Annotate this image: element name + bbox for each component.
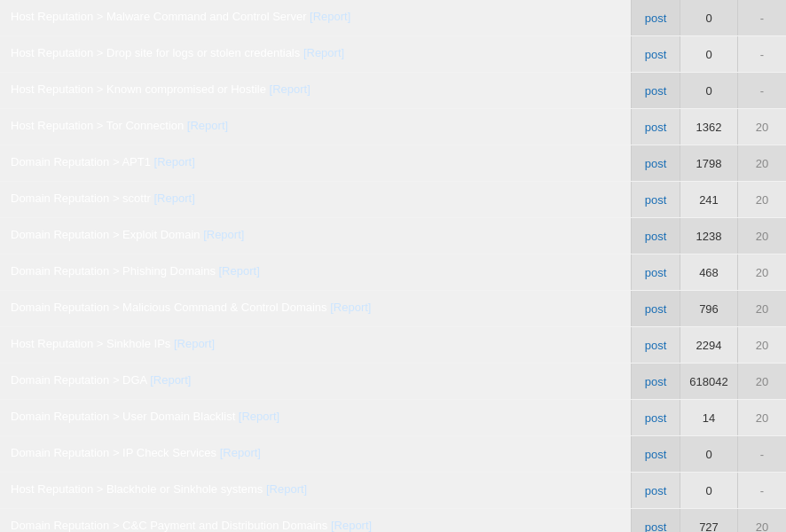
method-cell: post — [631, 436, 680, 472]
table-row: Domain Reputation > Malicious Command & … — [0, 291, 786, 327]
table-row: Domain Reputation > Phishing Domains [Re… — [0, 254, 786, 291]
table-row: Host Reputation > Malware Command and Co… — [0, 0, 786, 36]
row-label-text: Host Reputation > Malware Command and Co… — [11, 10, 310, 23]
method-cell: post — [631, 218, 680, 254]
row-label: Domain Reputation > APT1 [Report] — [0, 145, 631, 181]
extra-cell: 20 — [737, 291, 786, 326]
table-row: Domain Reputation > APT1 [Report]post179… — [0, 145, 786, 182]
extra-cell: - — [737, 0, 786, 35]
row-right-cells: post46820 — [631, 254, 786, 290]
count-cell: 0 — [680, 73, 737, 108]
row-label-text: Host Reputation > Sinkhole IPs — [11, 337, 174, 350]
count-cell: 468 — [680, 254, 737, 290]
count-cell: 1798 — [680, 145, 737, 181]
report-link[interactable]: [Report] — [330, 301, 371, 314]
row-label: Domain Reputation > Exploit Domain [Repo… — [0, 218, 631, 254]
report-link[interactable]: [Report] — [203, 228, 244, 241]
extra-cell: 20 — [737, 182, 786, 217]
count-cell: 14 — [680, 400, 737, 435]
row-label-text: Host Reputation > Tor Connection — [11, 119, 187, 132]
row-label: Host Reputation > Drop site for logs or … — [0, 36, 631, 72]
row-label: Domain Reputation > DGA [Report] — [0, 364, 631, 399]
report-link[interactable]: [Report] — [239, 410, 279, 423]
row-label: Domain Reputation > User Domain Blacklis… — [0, 400, 631, 435]
report-link[interactable]: [Report] — [219, 264, 260, 278]
table-row: Domain Reputation > DGA [Report]post6180… — [0, 364, 786, 400]
method-cell: post — [631, 145, 680, 181]
count-cell: 241 — [680, 182, 737, 217]
extra-cell: - — [737, 73, 786, 108]
row-label: Host Reputation > Sinkhole IPs [Report] — [0, 327, 631, 363]
extra-cell: 20 — [737, 254, 786, 290]
main-table: Host Reputation > Malware Command and Co… — [0, 0, 786, 532]
report-link[interactable]: [Report] — [187, 119, 228, 132]
row-label: Host Reputation > Tor Connection [Report… — [0, 109, 631, 145]
table-row: Host Reputation > Drop site for logs or … — [0, 36, 786, 73]
report-link[interactable]: [Report] — [331, 519, 372, 532]
row-right-cells: post179820 — [631, 145, 786, 181]
row-label: Domain Reputation > Phishing Domains [Re… — [0, 254, 631, 290]
extra-cell: - — [737, 473, 786, 508]
count-cell: 0 — [680, 0, 737, 35]
report-link[interactable]: [Report] — [154, 192, 195, 205]
method-cell: post — [631, 400, 680, 435]
method-cell: post — [631, 509, 680, 532]
report-link[interactable]: [Report] — [266, 482, 307, 496]
report-link[interactable]: [Report] — [150, 373, 191, 387]
table-row: Domain Reputation > IP Check Services [R… — [0, 436, 786, 473]
report-link[interactable]: [Report] — [174, 337, 215, 350]
row-right-cells: post24120 — [631, 182, 786, 217]
report-link[interactable]: [Report] — [303, 46, 344, 59]
table-row: Host Reputation > Known compromised or H… — [0, 73, 786, 109]
extra-cell: 20 — [737, 145, 786, 181]
report-link[interactable]: [Report] — [310, 10, 350, 23]
count-cell: 796 — [680, 291, 737, 326]
row-label-text: Domain Reputation > Malicious Command & … — [11, 301, 330, 314]
row-label-text: Domain Reputation > User Domain Blacklis… — [11, 410, 239, 423]
rows-container: Host Reputation > Malware Command and Co… — [0, 0, 786, 532]
extra-cell: 20 — [737, 509, 786, 532]
row-label-text: Domain Reputation > APT1 — [11, 155, 154, 168]
row-label-text: Domain Reputation > Exploit Domain — [11, 228, 203, 241]
method-cell: post — [631, 291, 680, 326]
method-cell: post — [631, 73, 680, 108]
row-label: Host Reputation > Malware Command and Co… — [0, 0, 631, 35]
row-label: Domain Reputation > IP Check Services [R… — [0, 436, 631, 472]
row-label: Domain Reputation > Malicious Command & … — [0, 291, 631, 326]
count-cell: 1238 — [680, 218, 737, 254]
report-link[interactable]: [Report] — [220, 446, 261, 459]
report-link[interactable]: [Report] — [154, 155, 195, 168]
method-cell: post — [631, 109, 680, 145]
row-label-text: Domain Reputation > IP Check Services — [11, 446, 220, 459]
count-cell: 0 — [680, 473, 737, 508]
method-cell: post — [631, 473, 680, 508]
row-right-cells: post72720 — [631, 509, 786, 532]
row-label-text: Host Reputation > Known compromised or H… — [11, 82, 270, 96]
row-right-cells: post0- — [631, 473, 786, 508]
row-label: Domain Reputation > scottr [Report] — [0, 182, 631, 217]
row-right-cells: post229420 — [631, 327, 786, 363]
extra-cell: 20 — [737, 400, 786, 435]
count-cell: 0 — [680, 436, 737, 472]
count-cell: 0 — [680, 36, 737, 72]
row-label-text: Domain Reputation > scottr — [11, 192, 154, 205]
row-right-cells: post123820 — [631, 218, 786, 254]
row-label: Domain Reputation > C&C Payment and Dist… — [0, 509, 631, 532]
table-row: Host Reputation > Sinkhole IPs [Report]p… — [0, 327, 786, 364]
method-cell: post — [631, 364, 680, 399]
row-right-cells: post79620 — [631, 291, 786, 326]
row-label-text: Domain Reputation > DGA — [11, 373, 150, 387]
count-cell: 2294 — [680, 327, 737, 363]
method-cell: post — [631, 327, 680, 363]
row-label: Host Reputation > Blackhole or Sinkhole … — [0, 473, 631, 508]
row-right-cells: post0- — [631, 73, 786, 108]
row-label-text: Host Reputation > Drop site for logs or … — [11, 46, 303, 59]
table-row: Domain Reputation > Exploit Domain [Repo… — [0, 218, 786, 254]
extra-cell: - — [737, 436, 786, 472]
table-row: Host Reputation > Tor Connection [Report… — [0, 109, 786, 145]
row-label-text: Domain Reputation > C&C Payment and Dist… — [11, 519, 331, 532]
method-cell: post — [631, 254, 680, 290]
report-link[interactable]: [Report] — [270, 82, 310, 96]
row-right-cells: post61804220 — [631, 364, 786, 399]
row-label-text: Host Reputation > Blackhole or Sinkhole … — [11, 482, 266, 496]
